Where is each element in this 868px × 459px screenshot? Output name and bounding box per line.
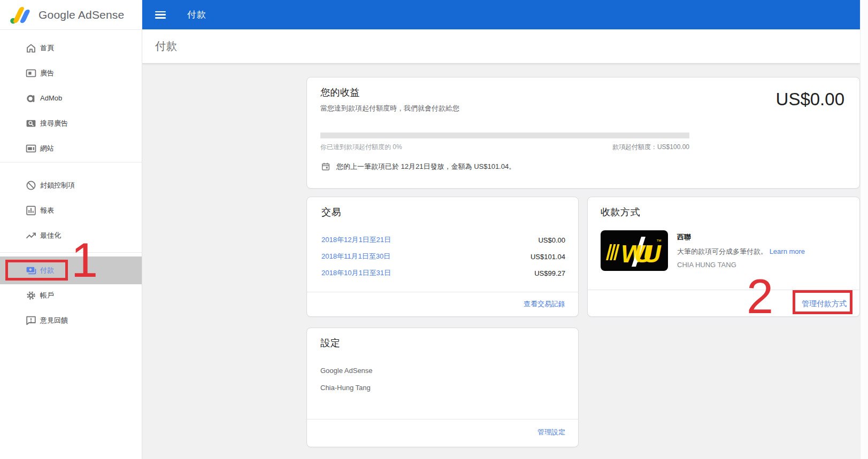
learn-more-link[interactable]: Learn more [770, 247, 805, 255]
sidebar-item-feedback[interactable]: 意見回饋 [0, 308, 142, 333]
settings-card-title: 設定 [320, 337, 340, 349]
wu-logo-u: U [634, 240, 653, 268]
home-icon [24, 41, 38, 55]
threshold-label: 款項起付額度：US$100.00 [612, 143, 689, 152]
sidebar-item-label: 首頁 [40, 43, 54, 53]
sidebar-item-blocking-controls[interactable]: 封鎖控制項 [0, 173, 142, 198]
sidebar-item-admob[interactable]: AdMob [0, 85, 142, 111]
earnings-card: 您的收益 當您達到款項起付額度時，我們就會付款給您 US$0.00 你已達到款項… [306, 77, 860, 189]
gear-icon [24, 289, 38, 302]
block-icon [24, 178, 38, 192]
progress-label: 你已達到款項起付額度的 0% [320, 143, 402, 152]
transactions-card-title: 交易 [321, 206, 341, 219]
search-ads-icon [24, 116, 38, 130]
sidebar-item-reports[interactable]: 報表 [0, 198, 142, 223]
annotation-step2-number: 2 [747, 273, 773, 321]
western-union-logo: WU U ™ [601, 230, 668, 271]
view-transactions-link[interactable]: 查看交易記錄 [524, 299, 565, 309]
transaction-period-link[interactable]: 2018年11月1日至30日 [321, 252, 390, 261]
page-title: 付款 [155, 39, 178, 53]
payment-method-card-title: 收款方式 [601, 206, 640, 219]
header-title: 付款 [187, 9, 206, 21]
admob-icon [24, 91, 38, 105]
transaction-period-link[interactable]: 2018年12月1日至21日 [321, 235, 391, 245]
annotation-step1-box [5, 260, 68, 281]
threshold-progress-bar [320, 133, 689, 138]
page-scrollbar[interactable] [860, 0, 868, 459]
sidebar-item-label: 最佳化 [40, 231, 61, 240]
page-subheader: 付款 [142, 29, 860, 64]
sidebar-divider [0, 162, 142, 162]
payee-name: CHIA HUNG TANG [677, 261, 805, 269]
current-balance: US$0.00 [776, 89, 844, 110]
sidebar-item-ads[interactable]: 廣告 [0, 60, 142, 85]
sidebar-item-home[interactable]: 首頁 [0, 35, 142, 60]
transaction-row: 2018年11月1日至30日 US$101.04 [321, 252, 565, 261]
sidebar-item-label: 帳戶 [40, 291, 54, 300]
sidebar-item-label: 封鎖控制項 [40, 181, 75, 190]
manage-settings-link[interactable]: 管理設定 [537, 427, 565, 437]
annotation-step2-box [793, 290, 852, 314]
sidebar-item-label: 廣告 [40, 68, 54, 78]
trending-up-icon [24, 229, 38, 243]
sidebar-item-sites[interactable]: 網站 [0, 136, 142, 161]
wu-trademark: ™ [656, 238, 662, 244]
sites-icon [24, 142, 38, 155]
menu-icon[interactable] [155, 11, 166, 19]
earnings-card-title: 您的收益 [320, 86, 360, 99]
reports-icon [24, 204, 38, 217]
feedback-icon [24, 314, 38, 328]
payment-method-description: 大筆的款項可分成多筆付款。 [677, 247, 767, 255]
transaction-period-link[interactable]: 2018年10月1日至31日 [321, 268, 391, 278]
earnings-card-subtitle: 當您達到款項起付額度時，我們就會付款給您 [320, 104, 459, 113]
transaction-amount: US$99.27 [534, 269, 565, 277]
adsense-logo-text: Google AdSense [39, 9, 124, 21]
sidebar-item-label: AdMob [40, 94, 62, 102]
ads-icon [24, 66, 38, 80]
settings-card: 設定 Google AdSense Chia-Hung Tang 管理設定 [306, 328, 579, 447]
transaction-amount: US$0.00 [538, 236, 565, 244]
adsense-logo-icon [9, 4, 32, 26]
sidebar-item-label: 搜尋廣告 [40, 119, 68, 128]
sidebar-item-search-ads[interactable]: 搜尋廣告 [0, 111, 142, 136]
sidebar-item-label: 報表 [40, 206, 54, 215]
sidebar: Google AdSense 首頁 廣告 AdMob 搜尋廣告 網站 [0, 0, 142, 459]
calendar-icon [320, 161, 331, 172]
settings-account-name: Chia-Hung Tang [320, 384, 371, 392]
app-header: 付款 [142, 0, 860, 29]
adsense-logo[interactable]: Google AdSense [0, 0, 142, 30]
sidebar-item-label: 意見回饋 [40, 316, 68, 325]
annotation-step1-number: 1 [71, 236, 98, 284]
payment-method-name: 西聯 [677, 232, 805, 242]
transaction-row: 2018年12月1日至21日 US$0.00 [321, 235, 565, 245]
settings-product: Google AdSense [320, 367, 373, 375]
sidebar-item-label: 網站 [40, 144, 54, 153]
transaction-amount: US$101.04 [531, 253, 565, 261]
transaction-row: 2018年10月1日至31日 US$99.27 [321, 268, 565, 278]
transactions-card: 交易 2018年12月1日至21日 US$0.00 2018年11月1日至30日… [306, 197, 579, 317]
last-payment-note: 您的上一筆款項已於 12月21日發放，金額為 US$101.04。 [336, 162, 516, 172]
